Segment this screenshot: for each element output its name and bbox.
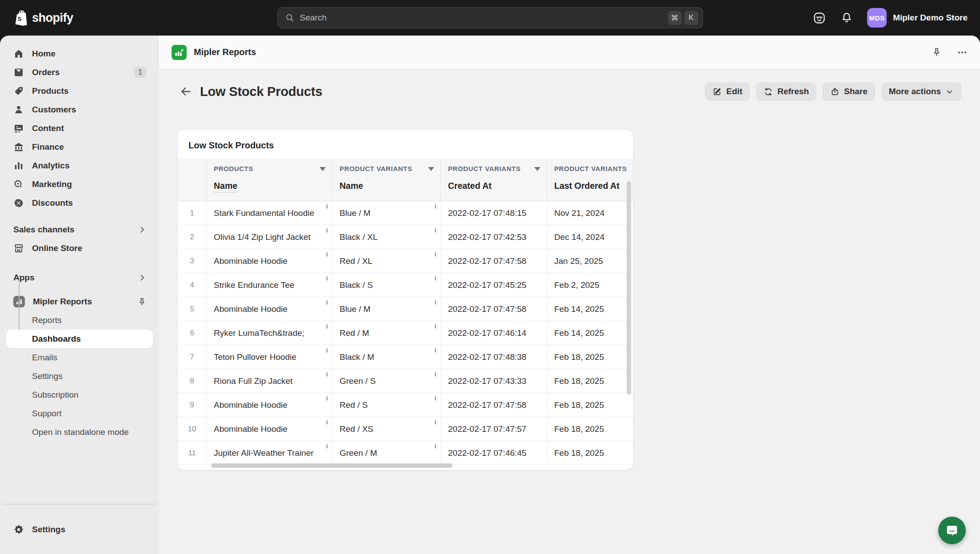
last-ordered-cell: Jan 25, 2025 xyxy=(547,249,633,273)
header-gutter xyxy=(178,178,206,201)
sidebar-item-marketing[interactable]: Marketing xyxy=(6,175,153,194)
more-options-ellipsis-icon[interactable] xyxy=(957,47,968,58)
share-button[interactable]: Share xyxy=(823,82,875,101)
info-icon[interactable]: i xyxy=(435,299,436,306)
app-header: Mipler Reports xyxy=(159,36,980,69)
row-number-cell: 9 xyxy=(178,393,206,417)
info-icon[interactable]: i xyxy=(435,323,436,330)
chat-launcher-button[interactable] xyxy=(938,517,966,544)
sidebar-item-orders[interactable]: Orders 1 xyxy=(6,63,153,82)
sidekick-assistant-icon[interactable] xyxy=(812,11,826,25)
column-filter-icon[interactable] xyxy=(534,167,540,171)
sidebar-item-discounts[interactable]: Discounts xyxy=(6,194,153,212)
pin-icon[interactable] xyxy=(932,47,942,57)
app-title: Mipler Reports xyxy=(194,47,256,57)
last-ordered-cell: Feb 18, 2025 xyxy=(547,369,633,393)
variant-name-cell: Black / XL i xyxy=(332,225,440,249)
sidebar-item-label: Customers xyxy=(32,105,76,115)
info-icon[interactable]: i xyxy=(326,275,328,282)
column-header-created-at[interactable]: Created At xyxy=(440,178,547,201)
sidebar-subitem-reports[interactable]: Reports xyxy=(6,311,153,330)
created-at-cell: 2022-02-17 07:45:25 xyxy=(440,273,547,297)
column-group-product-variants-2[interactable]: PRODUCT VARIANTS xyxy=(440,159,547,178)
table-row: 9 Abominable Hoodie i Red / S i 2022-02-… xyxy=(178,393,633,417)
info-icon[interactable]: i xyxy=(326,395,328,402)
column-group-product-variants-1[interactable]: PRODUCT VARIANTS xyxy=(332,159,440,178)
edit-button[interactable]: Edit xyxy=(705,82,750,101)
info-icon[interactable]: i xyxy=(435,395,436,402)
customers-icon xyxy=(13,104,24,115)
info-icon[interactable]: i xyxy=(326,323,328,330)
more-actions-button[interactable]: More actions xyxy=(881,82,961,101)
row-number-cell: 5 xyxy=(178,297,206,321)
sidebar-footer-settings[interactable]: Settings xyxy=(0,505,159,554)
column-header-product-name[interactable]: Name xyxy=(206,178,332,201)
info-icon[interactable]: i xyxy=(435,203,436,210)
last-ordered-cell: Feb 18, 2025 xyxy=(547,345,633,369)
refresh-icon xyxy=(764,87,773,96)
sidebar-subitem-open-standalone[interactable]: Open in standalone mode xyxy=(6,423,153,442)
button-label: Share xyxy=(844,87,868,96)
info-icon[interactable]: i xyxy=(326,251,328,258)
info-icon[interactable]: i xyxy=(326,443,328,450)
column-header-last-ordered-at[interactable]: Last Ordered At xyxy=(547,178,633,201)
info-icon[interactable]: i xyxy=(326,203,328,210)
column-group-product-variants-3[interactable]: PRODUCT VARIANTS xyxy=(547,159,633,178)
row-number-cell: 4 xyxy=(178,273,206,297)
info-icon[interactable]: i xyxy=(435,251,436,258)
sidebar-subitem-subscription[interactable]: Subscription xyxy=(6,386,153,404)
table-row: 10 Abominable Hoodie i Red / XS i 2022-0… xyxy=(178,417,633,441)
refresh-button[interactable]: Refresh xyxy=(756,82,816,101)
chevron-right-icon xyxy=(138,273,147,282)
table-row: 11 Jupiter All-Weather Trainer i Green /… xyxy=(178,441,633,465)
sidebar-footer-label: Settings xyxy=(32,525,65,534)
sidebar-section-sales-channels[interactable]: Sales channels xyxy=(6,220,153,239)
sidebar-section-apps[interactable]: Apps xyxy=(6,268,153,287)
info-icon[interactable]: i xyxy=(435,227,436,234)
sidebar-subitem-settings[interactable]: Settings xyxy=(6,367,153,386)
sidebar-item-mipler-reports[interactable]: Mipler Reports xyxy=(6,292,153,311)
sidebar-subitem-emails[interactable]: Emails xyxy=(6,348,153,367)
vertical-scrollbar-thumb[interactable] xyxy=(627,181,631,395)
share-icon xyxy=(830,87,840,96)
sidebar-subitem-dashboards[interactable]: Dashboards xyxy=(6,330,153,348)
search-input[interactable]: Search ⌘ K xyxy=(277,7,703,28)
created-at-cell: 2022-02-17 07:43:33 xyxy=(440,369,547,393)
sidebar-item-customers[interactable]: Customers xyxy=(6,100,153,119)
shopify-bag-icon: S xyxy=(12,8,29,27)
column-filter-icon[interactable] xyxy=(320,167,326,171)
last-ordered-cell: Dec 14, 2024 xyxy=(547,225,633,249)
info-icon[interactable]: i xyxy=(326,227,328,234)
sidebar-item-finance[interactable]: Finance xyxy=(6,138,153,156)
info-icon[interactable]: i xyxy=(326,299,328,306)
info-icon[interactable]: i xyxy=(435,419,436,426)
column-header-variant-name[interactable]: Name xyxy=(332,178,440,201)
info-icon[interactable]: i xyxy=(326,419,328,426)
notifications-bell-icon[interactable] xyxy=(840,12,853,24)
product-name-cell: Stark Fundamental Hoodie i xyxy=(206,201,332,225)
back-arrow-icon[interactable] xyxy=(180,85,192,98)
shopify-logo[interactable]: S shopify xyxy=(12,8,73,27)
store-menu[interactable]: MDS Mipler Demo Store xyxy=(867,8,968,28)
horizontal-scrollbar-thumb[interactable] xyxy=(211,463,452,468)
info-icon[interactable]: i xyxy=(435,347,436,354)
info-icon[interactable]: i xyxy=(435,371,436,378)
sidebar-item-home[interactable]: Home xyxy=(6,44,153,63)
sidebar-subitem-support[interactable]: Support xyxy=(6,404,153,423)
last-ordered-cell: Feb 18, 2025 xyxy=(547,393,633,417)
sidebar-item-content[interactable]: Content xyxy=(6,119,153,138)
sidebar-item-label: Online Store xyxy=(32,243,82,253)
info-icon[interactable]: i xyxy=(435,443,436,450)
info-icon[interactable]: i xyxy=(435,275,436,282)
info-icon[interactable]: i xyxy=(326,371,328,378)
sidebar-item-analytics[interactable]: Analytics xyxy=(6,156,153,175)
column-filter-icon[interactable] xyxy=(428,167,434,171)
table-row: 5 Abominable Hoodie i Blue / M i 2022-02… xyxy=(178,297,633,321)
info-icon[interactable]: i xyxy=(326,347,328,354)
sidebar-item-online-store[interactable]: Online Store xyxy=(6,239,153,258)
column-group-products[interactable]: PRODUCTS xyxy=(206,159,332,178)
variant-name-cell: Red / XL i xyxy=(332,249,440,273)
product-name-cell: Abominable Hoodie i xyxy=(206,297,332,321)
pin-icon[interactable] xyxy=(137,297,147,307)
sidebar-item-products[interactable]: Products xyxy=(6,82,153,100)
